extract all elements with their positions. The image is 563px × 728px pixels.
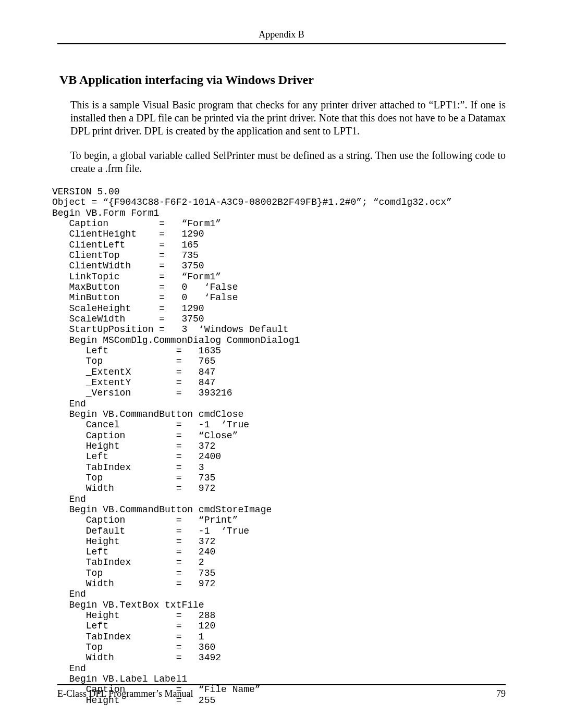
paragraph-2: To begin, a global variable called SelPr…: [70, 149, 506, 175]
code-listing: VERSION 5.00 Object = “{F9043C88-F6F2-10…: [52, 187, 506, 706]
footer: E-Class DPL Programmer’s Manual 79: [57, 684, 506, 699]
footer-page-number: 79: [496, 688, 506, 699]
running-head: Appendix B: [57, 29, 506, 43]
paragraph-1: This is a sample Visual Basic program th…: [70, 98, 506, 138]
footer-rule: [57, 684, 506, 685]
section-title: VB Application interfacing via Windows D…: [59, 73, 506, 87]
page: Appendix B VB Application interfacing vi…: [0, 0, 563, 728]
header-rule: [57, 43, 506, 44]
footer-left: E-Class DPL Programmer’s Manual: [57, 688, 193, 699]
